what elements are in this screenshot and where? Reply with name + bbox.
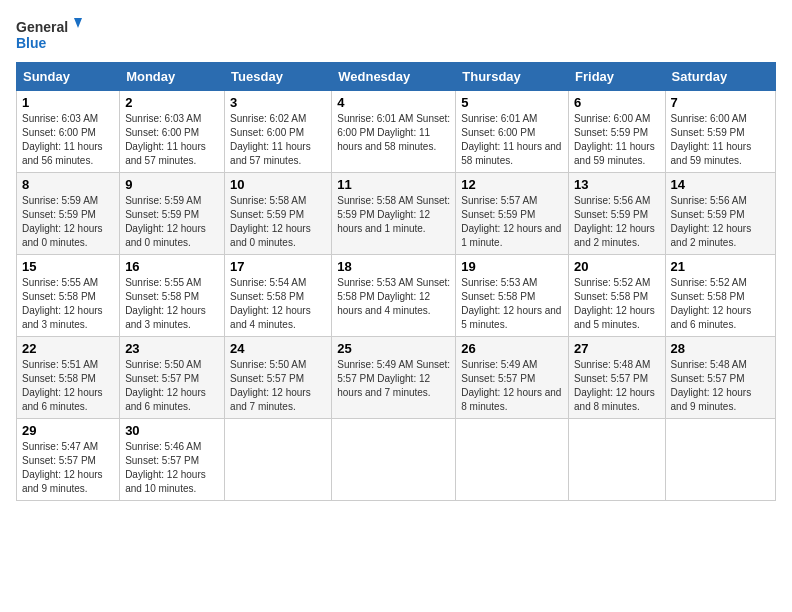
day-info: Sunrise: 5:51 AM Sunset: 5:58 PM Dayligh… [22, 358, 114, 414]
header: GeneralBlue [16, 16, 776, 54]
weekday-header-saturday: Saturday [665, 63, 775, 91]
day-number: 22 [22, 341, 114, 356]
day-number: 23 [125, 341, 219, 356]
day-cell: 22Sunrise: 5:51 AM Sunset: 5:58 PM Dayli… [17, 337, 120, 419]
day-number: 19 [461, 259, 563, 274]
day-cell: 9Sunrise: 5:59 AM Sunset: 5:59 PM Daylig… [120, 173, 225, 255]
day-info: Sunrise: 5:48 AM Sunset: 5:57 PM Dayligh… [671, 358, 770, 414]
day-info: Sunrise: 5:52 AM Sunset: 5:58 PM Dayligh… [574, 276, 660, 332]
day-cell: 13Sunrise: 5:56 AM Sunset: 5:59 PM Dayli… [569, 173, 666, 255]
day-number: 9 [125, 177, 219, 192]
page-container: GeneralBlue SundayMondayTuesdayWednesday… [0, 0, 792, 517]
day-cell: 21Sunrise: 5:52 AM Sunset: 5:58 PM Dayli… [665, 255, 775, 337]
day-cell: 27Sunrise: 5:48 AM Sunset: 5:57 PM Dayli… [569, 337, 666, 419]
day-info: Sunrise: 5:55 AM Sunset: 5:58 PM Dayligh… [22, 276, 114, 332]
day-cell: 20Sunrise: 5:52 AM Sunset: 5:58 PM Dayli… [569, 255, 666, 337]
day-number: 2 [125, 95, 219, 110]
day-cell: 25Sunrise: 5:49 AM Sunset: 5:57 PM Dayli… [332, 337, 456, 419]
day-info: Sunrise: 5:58 AM Sunset: 5:59 PM Dayligh… [337, 194, 450, 236]
day-cell [456, 419, 569, 501]
day-info: Sunrise: 5:59 AM Sunset: 5:59 PM Dayligh… [125, 194, 219, 250]
weekday-header-friday: Friday [569, 63, 666, 91]
day-number: 25 [337, 341, 450, 356]
day-number: 16 [125, 259, 219, 274]
day-number: 3 [230, 95, 326, 110]
day-info: Sunrise: 5:56 AM Sunset: 5:59 PM Dayligh… [671, 194, 770, 250]
day-cell: 2Sunrise: 6:03 AM Sunset: 6:00 PM Daylig… [120, 91, 225, 173]
day-info: Sunrise: 5:48 AM Sunset: 5:57 PM Dayligh… [574, 358, 660, 414]
day-info: Sunrise: 5:58 AM Sunset: 5:59 PM Dayligh… [230, 194, 326, 250]
day-cell: 6Sunrise: 6:00 AM Sunset: 5:59 PM Daylig… [569, 91, 666, 173]
day-cell: 11Sunrise: 5:58 AM Sunset: 5:59 PM Dayli… [332, 173, 456, 255]
week-row-2: 15Sunrise: 5:55 AM Sunset: 5:58 PM Dayli… [17, 255, 776, 337]
day-info: Sunrise: 5:56 AM Sunset: 5:59 PM Dayligh… [574, 194, 660, 250]
day-cell: 1Sunrise: 6:03 AM Sunset: 6:00 PM Daylig… [17, 91, 120, 173]
day-number: 24 [230, 341, 326, 356]
day-number: 8 [22, 177, 114, 192]
weekday-header-tuesday: Tuesday [225, 63, 332, 91]
day-cell: 16Sunrise: 5:55 AM Sunset: 5:58 PM Dayli… [120, 255, 225, 337]
day-cell [569, 419, 666, 501]
day-number: 29 [22, 423, 114, 438]
day-cell: 10Sunrise: 5:58 AM Sunset: 5:59 PM Dayli… [225, 173, 332, 255]
day-number: 28 [671, 341, 770, 356]
day-info: Sunrise: 5:52 AM Sunset: 5:58 PM Dayligh… [671, 276, 770, 332]
day-info: Sunrise: 5:57 AM Sunset: 5:59 PM Dayligh… [461, 194, 563, 250]
day-info: Sunrise: 6:01 AM Sunset: 6:00 PM Dayligh… [337, 112, 450, 154]
day-number: 15 [22, 259, 114, 274]
weekday-header-sunday: Sunday [17, 63, 120, 91]
day-number: 1 [22, 95, 114, 110]
day-info: Sunrise: 5:46 AM Sunset: 5:57 PM Dayligh… [125, 440, 219, 496]
day-cell: 28Sunrise: 5:48 AM Sunset: 5:57 PM Dayli… [665, 337, 775, 419]
day-cell: 26Sunrise: 5:49 AM Sunset: 5:57 PM Dayli… [456, 337, 569, 419]
day-number: 4 [337, 95, 450, 110]
week-row-1: 8Sunrise: 5:59 AM Sunset: 5:59 PM Daylig… [17, 173, 776, 255]
day-info: Sunrise: 6:00 AM Sunset: 5:59 PM Dayligh… [671, 112, 770, 168]
day-cell: 19Sunrise: 5:53 AM Sunset: 5:58 PM Dayli… [456, 255, 569, 337]
week-row-0: 1Sunrise: 6:03 AM Sunset: 6:00 PM Daylig… [17, 91, 776, 173]
day-number: 30 [125, 423, 219, 438]
day-info: Sunrise: 6:03 AM Sunset: 6:00 PM Dayligh… [125, 112, 219, 168]
day-number: 6 [574, 95, 660, 110]
day-cell: 23Sunrise: 5:50 AM Sunset: 5:57 PM Dayli… [120, 337, 225, 419]
day-cell: 15Sunrise: 5:55 AM Sunset: 5:58 PM Dayli… [17, 255, 120, 337]
day-cell: 12Sunrise: 5:57 AM Sunset: 5:59 PM Dayli… [456, 173, 569, 255]
day-number: 17 [230, 259, 326, 274]
logo: GeneralBlue [16, 16, 86, 54]
day-info: Sunrise: 5:50 AM Sunset: 5:57 PM Dayligh… [230, 358, 326, 414]
day-info: Sunrise: 6:03 AM Sunset: 6:00 PM Dayligh… [22, 112, 114, 168]
day-info: Sunrise: 5:50 AM Sunset: 5:57 PM Dayligh… [125, 358, 219, 414]
day-number: 18 [337, 259, 450, 274]
day-info: Sunrise: 6:00 AM Sunset: 5:59 PM Dayligh… [574, 112, 660, 168]
day-info: Sunrise: 6:02 AM Sunset: 6:00 PM Dayligh… [230, 112, 326, 168]
day-info: Sunrise: 5:49 AM Sunset: 5:57 PM Dayligh… [461, 358, 563, 414]
day-cell: 14Sunrise: 5:56 AM Sunset: 5:59 PM Dayli… [665, 173, 775, 255]
weekday-header-thursday: Thursday [456, 63, 569, 91]
day-number: 13 [574, 177, 660, 192]
day-number: 5 [461, 95, 563, 110]
svg-marker-1 [74, 18, 82, 28]
day-number: 26 [461, 341, 563, 356]
day-number: 10 [230, 177, 326, 192]
day-info: Sunrise: 5:49 AM Sunset: 5:57 PM Dayligh… [337, 358, 450, 400]
svg-text:Blue: Blue [16, 35, 47, 51]
day-info: Sunrise: 5:53 AM Sunset: 5:58 PM Dayligh… [337, 276, 450, 318]
day-number: 14 [671, 177, 770, 192]
day-cell: 29Sunrise: 5:47 AM Sunset: 5:57 PM Dayli… [17, 419, 120, 501]
day-cell: 7Sunrise: 6:00 AM Sunset: 5:59 PM Daylig… [665, 91, 775, 173]
day-cell: 17Sunrise: 5:54 AM Sunset: 5:58 PM Dayli… [225, 255, 332, 337]
day-cell: 24Sunrise: 5:50 AM Sunset: 5:57 PM Dayli… [225, 337, 332, 419]
weekday-header-monday: Monday [120, 63, 225, 91]
calendar-table: SundayMondayTuesdayWednesdayThursdayFrid… [16, 62, 776, 501]
day-cell [665, 419, 775, 501]
week-row-4: 29Sunrise: 5:47 AM Sunset: 5:57 PM Dayli… [17, 419, 776, 501]
day-cell: 5Sunrise: 6:01 AM Sunset: 6:00 PM Daylig… [456, 91, 569, 173]
day-info: Sunrise: 5:59 AM Sunset: 5:59 PM Dayligh… [22, 194, 114, 250]
day-info: Sunrise: 5:53 AM Sunset: 5:58 PM Dayligh… [461, 276, 563, 332]
weekday-header-wednesday: Wednesday [332, 63, 456, 91]
day-info: Sunrise: 5:54 AM Sunset: 5:58 PM Dayligh… [230, 276, 326, 332]
week-row-3: 22Sunrise: 5:51 AM Sunset: 5:58 PM Dayli… [17, 337, 776, 419]
day-cell: 30Sunrise: 5:46 AM Sunset: 5:57 PM Dayli… [120, 419, 225, 501]
day-cell: 8Sunrise: 5:59 AM Sunset: 5:59 PM Daylig… [17, 173, 120, 255]
header-row: SundayMondayTuesdayWednesdayThursdayFrid… [17, 63, 776, 91]
